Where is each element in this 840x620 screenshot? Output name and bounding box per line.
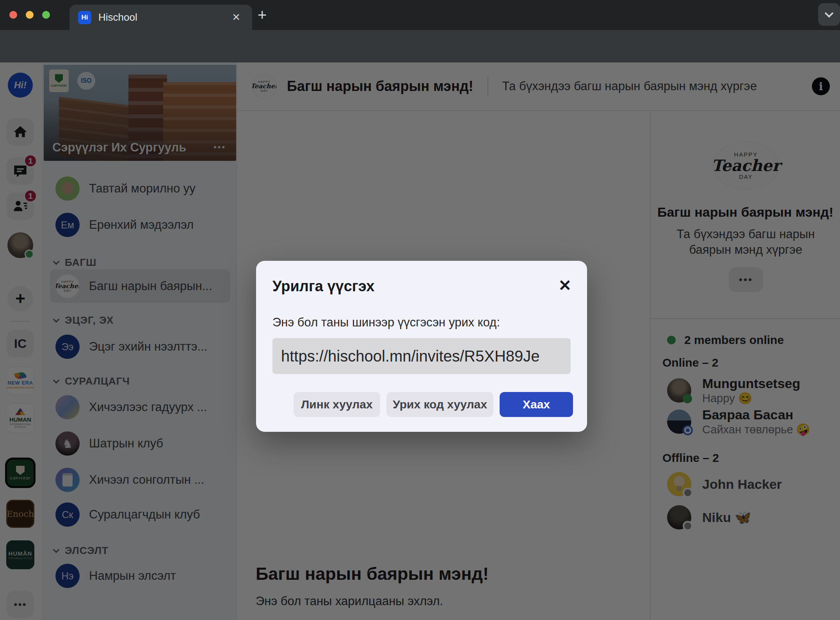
modal-title: Урилга үүсгэх <box>272 278 374 295</box>
window-close-button[interactable] <box>9 11 17 19</box>
window-minimize-button[interactable] <box>26 11 34 19</box>
new-tab-button[interactable]: + <box>258 7 267 23</box>
invite-url-input[interactable] <box>272 338 571 374</box>
copy-code-button[interactable]: Урих код хуулах <box>386 392 493 417</box>
close-modal-button[interactable]: Хаах <box>500 392 573 417</box>
hischool-favicon: Hi <box>78 11 91 24</box>
tab-search-button[interactable] <box>818 3 840 26</box>
create-invite-modal: Урилга үүсгэх ✕ Энэ бол таны шинээр үүсг… <box>256 261 587 432</box>
invite-code-label: Энэ бол таны шинээр үүсгэсэн урих код: <box>272 315 500 330</box>
copy-link-button[interactable]: Линк хуулах <box>294 392 380 417</box>
tab-close-icon[interactable]: ✕ <box>229 10 244 25</box>
window-zoom-button[interactable] <box>42 11 50 19</box>
chevron-down-icon <box>825 9 834 18</box>
browser-tab[interactable]: Hi Hischool ✕ <box>69 5 252 30</box>
browser-toolbar: ← → ↻ hischool.mn/schools/01JA4HFWNDRYVG… <box>0 30 840 62</box>
tab-title: Hischool <box>98 11 222 23</box>
browser-tab-bar: Hi Hischool ✕ + <box>0 0 840 30</box>
modal-close-button[interactable]: ✕ <box>558 276 571 294</box>
